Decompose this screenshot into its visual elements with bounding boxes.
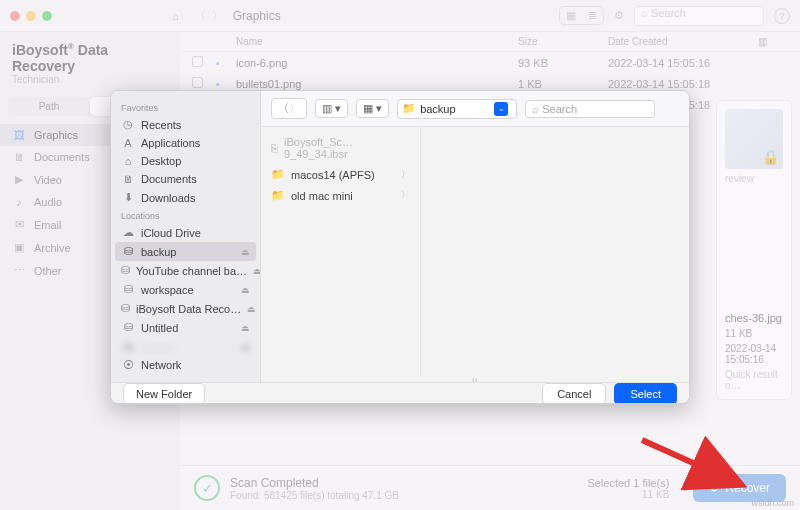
category-label: Audio <box>34 196 62 208</box>
favorites-header: Favorites <box>111 99 260 115</box>
file-icon: ▪ <box>216 57 236 69</box>
column-name[interactable]: Name <box>236 36 518 47</box>
category-icon: ✉ <box>12 218 26 231</box>
file-icon: ⎘ <box>271 142 278 154</box>
drive-icon: ⛁ <box>121 321 135 334</box>
eject-icon[interactable]: ⏏ <box>241 323 250 333</box>
file-name: bullets01.png <box>236 78 518 90</box>
dialog-search-input[interactable]: ⌕ Search <box>525 100 655 118</box>
browser-item[interactable]: 📁macos14 (APFS)〉 <box>265 165 416 184</box>
breadcrumb: Graphics <box>233 9 281 23</box>
eject-icon[interactable]: ⏏ <box>253 266 260 276</box>
sidebar-location-untitled[interactable]: ⛁Untitled⏏ <box>111 318 260 337</box>
category-label: Graphics <box>34 129 78 141</box>
folder-icon: 📁 <box>271 168 285 181</box>
drive-icon: ⦿ <box>121 359 135 371</box>
sidebar-location-network[interactable]: ⦿Network <box>111 356 260 374</box>
folder-icon: 📁 <box>271 189 285 202</box>
dialog-location-popup[interactable]: 📁 backup ⌄ <box>397 99 517 119</box>
tab-path[interactable]: Path <box>8 97 90 116</box>
scan-complete-icon: ✓ <box>194 475 220 501</box>
sidebar-item-downloads[interactable]: ⬇Downloads <box>111 188 260 207</box>
selected-size: 11 KB <box>587 489 669 500</box>
cancel-button[interactable]: Cancel <box>542 383 606 404</box>
checkbox[interactable] <box>192 77 203 88</box>
eject-icon[interactable]: ⏏ <box>241 247 250 257</box>
browser-item[interactable]: ⎘iBoysoft_Sc…9_49_34.ibsr <box>265 133 416 163</box>
drive-icon: ⛁ <box>121 302 130 315</box>
dialog-forward-icon[interactable]: 〉 <box>289 101 300 116</box>
category-label: Email <box>34 219 62 231</box>
save-dialog: Favorites ◷RecentsAApplications⌂Desktop🗎… <box>110 90 690 404</box>
sidebar-location--[interactable]: ⊡———⏏ <box>111 337 260 356</box>
selected-count: Selected 1 file(s) <box>587 477 669 489</box>
drive-icon: ⛁ <box>121 283 135 296</box>
category-icon: 🖼 <box>12 129 26 141</box>
eject-icon[interactable]: ⏏ <box>241 342 250 352</box>
file-date: 2022-03-14 15:05:16 <box>608 57 758 69</box>
sidebar-item-documents[interactable]: 🗎Documents <box>111 170 260 188</box>
watermark: wsldn.com <box>751 498 794 508</box>
chevron-right-icon: 〉 <box>401 189 410 202</box>
preview-panel: 🔒 review ches-36.jpg 11 KB 2022-03-14 15… <box>716 100 792 400</box>
chevron-right-icon: 〉 <box>401 168 410 181</box>
file-date: 2022-03-14 15:05:18 <box>608 78 758 90</box>
new-folder-button[interactable]: New Folder <box>123 383 205 404</box>
eject-icon[interactable]: ⏏ <box>247 304 256 314</box>
select-button[interactable]: Select <box>614 383 677 404</box>
close-window-icon[interactable] <box>10 11 20 21</box>
zoom-window-icon[interactable] <box>42 11 52 21</box>
home-icon[interactable]: ⌂ <box>172 10 179 22</box>
sidebar-item-icon: ⬇ <box>121 191 135 204</box>
preview-image: 🔒 <box>725 109 783 169</box>
preview-size: 11 KB <box>725 328 783 339</box>
checkbox[interactable] <box>192 56 203 67</box>
sidebar-item-desktop[interactable]: ⌂Desktop <box>111 152 260 170</box>
drive-icon: ⛁ <box>121 264 130 277</box>
sidebar-location-icloud-drive[interactable]: ☁iCloud Drive <box>111 223 260 242</box>
category-label: Video <box>34 174 62 186</box>
preview-toggle-icon[interactable]: ▥ <box>758 36 788 47</box>
sidebar-item-icon: ◷ <box>121 118 135 131</box>
filter-icon[interactable]: ⚙ <box>614 9 624 22</box>
drive-icon: ☁ <box>121 226 135 239</box>
app-title: iBoysoft® Data Recovery <box>0 42 180 74</box>
sidebar-location-workspace[interactable]: ⛁workspace⏏ <box>111 280 260 299</box>
window-traffic-lights[interactable] <box>10 11 52 21</box>
sidebar-location-youtube-channel-ba-[interactable]: ⛁YouTube channel ba…⏏ <box>111 261 260 280</box>
grid-view-icon[interactable]: ▦ <box>560 7 582 24</box>
dialog-back-icon[interactable]: 〈 <box>278 101 289 116</box>
category-icon: ⋯ <box>12 264 26 277</box>
sidebar-item-icon: ⌂ <box>121 155 135 167</box>
sidebar-item-recents[interactable]: ◷Recents <box>111 115 260 134</box>
preview-note: Quick result o… <box>725 369 783 391</box>
drive-icon: ⊡ <box>121 340 135 353</box>
recover-icon: ↻ <box>709 481 719 495</box>
column-size[interactable]: Size <box>518 36 608 47</box>
category-icon: 🗎 <box>12 151 26 163</box>
sidebar-item-applications[interactable]: AApplications <box>111 134 260 152</box>
category-icon: ▣ <box>12 241 26 254</box>
help-icon[interactable]: ? <box>774 8 790 24</box>
dialog-view-columns-icon[interactable]: ▥ ▾ <box>315 99 348 118</box>
browser-item[interactable]: 📁old mac mini〉 <box>265 186 416 205</box>
sidebar-item-icon: 🗎 <box>121 173 135 185</box>
forward-icon[interactable]: 〉 <box>212 8 223 23</box>
file-size: 93 KB <box>518 57 608 69</box>
file-row[interactable]: ▪icon-6.png93 KB2022-03-14 15:05:16 <box>180 52 800 73</box>
file-size: 1 KB <box>518 78 608 90</box>
back-icon[interactable]: 〈 <box>195 8 206 23</box>
list-view-icon[interactable]: ≣ <box>582 7 603 24</box>
eject-icon[interactable]: ⏏ <box>241 285 250 295</box>
dialog-group-icon[interactable]: ▦ ▾ <box>356 99 389 118</box>
preview-label: review <box>725 173 783 184</box>
category-icon: ▶ <box>12 173 26 186</box>
search-input[interactable]: ⌕ Search <box>634 6 764 26</box>
folder-icon: 📁 <box>402 102 416 115</box>
minimize-window-icon[interactable] <box>26 11 36 21</box>
sidebar-location-iboysoft-data-reco-[interactable]: ⛁iBoysoft Data Reco…⏏ <box>111 299 260 318</box>
dialog-sidebar: Favorites ◷RecentsAApplications⌂Desktop🗎… <box>111 91 261 382</box>
column-date[interactable]: Date Created <box>608 36 758 47</box>
sidebar-location-backup[interactable]: ⛁backup⏏ <box>115 242 256 261</box>
scan-status-detail: Found: 581425 file(s) totaling 47.1 GB <box>230 490 399 501</box>
